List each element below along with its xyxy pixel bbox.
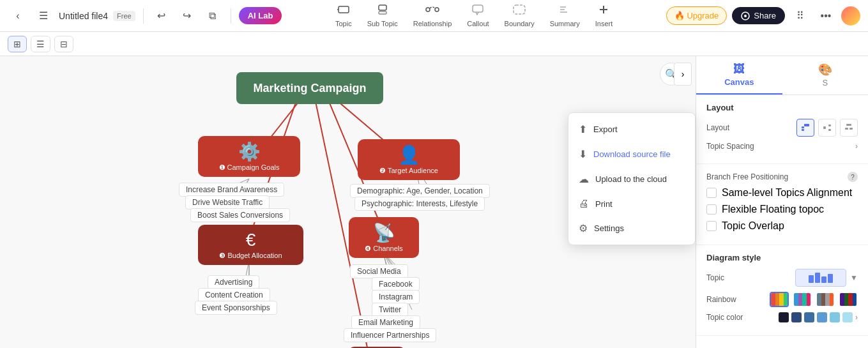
sep1 [143, 8, 144, 24]
clipboard-button[interactable]: ⧉ [202, 6, 223, 26]
export-icon: ⬆ [579, 123, 587, 135]
tool-callout[interactable]: Callout [461, 1, 495, 30]
sub-instagram[interactable]: Instagram [372, 290, 420, 304]
tab-canvas[interactable]: 🖼 Canvas [696, 56, 782, 95]
color-dot-3[interactable] [804, 312, 814, 322]
back-button[interactable]: ‹ [8, 6, 28, 26]
topic-style-row: Topic ▼ [706, 269, 858, 287]
layout-btn-1[interactable] [796, 119, 814, 137]
same-level-label: Same-level Topics Alignment [722, 187, 852, 199]
node-budget-allocation[interactable]: € ❸ Budget Allocation [198, 225, 303, 265]
svg-rect-36 [802, 129, 804, 131]
view-table-button[interactable]: ⊟ [54, 36, 73, 52]
subtopic-icon [376, 4, 389, 19]
color-more-chevron[interactable]: › [855, 313, 858, 322]
node-channels[interactable]: 📡 ❹ Channels [349, 217, 419, 258]
redo-button[interactable]: ↪ [177, 6, 197, 26]
tool-subtopic[interactable]: Sub Topic [361, 1, 404, 30]
undo-button[interactable]: ↩ [151, 6, 172, 26]
share-button[interactable]: Share [732, 7, 785, 24]
insert-icon [597, 4, 610, 19]
sub-facebook[interactable]: Facebook [372, 277, 420, 291]
tool-summary-label: Summary [550, 20, 580, 27]
tool-summary[interactable]: Summary [544, 1, 586, 30]
print-icon: 🖨 [579, 198, 589, 209]
layout-btn-3[interactable] [840, 119, 858, 137]
tool-subtopic-label: Sub Topic [367, 20, 398, 27]
layout-label: Layout [706, 123, 729, 132]
swatch-group-1[interactable] [770, 292, 789, 307]
secondary-toolbar: ⊞ ☰ ⊟ [0, 32, 868, 56]
color-dot-6[interactable] [842, 312, 853, 322]
dropdown-download[interactable]: ⬇ Download source file [568, 142, 695, 167]
svg-rect-42 [849, 128, 853, 130]
color-dot-5[interactable] [830, 312, 840, 322]
sub-advertising[interactable]: Advertising [208, 275, 259, 289]
sub-content-creation[interactable]: Content Creation [198, 288, 270, 302]
settings-icon: ⚙ [579, 222, 588, 234]
view-grid-button[interactable]: ⊞ [8, 36, 27, 52]
grid-apps-button[interactable]: ⠿ [790, 6, 811, 26]
dropdown-export[interactable]: ⬆ Export [568, 117, 695, 142]
branch-positioning-row: Branch Free Positioning ? [706, 172, 858, 182]
color-row: › [779, 312, 858, 322]
svg-rect-0 [339, 6, 349, 13]
sub-twitter[interactable]: Twitter [372, 303, 408, 317]
tool-relationship[interactable]: Relationship [407, 1, 459, 30]
view-list-button[interactable]: ☰ [31, 36, 50, 52]
sub-demographic[interactable]: Demographic: Age, Gender, Location [350, 184, 490, 198]
sub-increase-brand[interactable]: Increase Brand Awareness [179, 183, 284, 197]
same-level-checkbox[interactable] [706, 188, 717, 198]
style-chevron[interactable]: ▼ [850, 273, 858, 282]
dropdown-print[interactable]: 🖨 Print [568, 192, 695, 216]
summary-icon [558, 4, 571, 19]
swatch-group-3[interactable] [816, 292, 835, 307]
svg-rect-39 [828, 129, 831, 131]
color-dot-1[interactable] [779, 312, 789, 322]
boundary-icon [512, 4, 526, 19]
dropdown-upload[interactable]: ☁ Upload to the cloud [568, 167, 695, 192]
node-campaign-goals[interactable]: ⚙️ ❶ Campaign Goals [198, 136, 300, 177]
main-toolbar: ‹ ☰ Untitled file4 Free ↩ ↪ ⧉ AI Lab Top… [0, 0, 868, 32]
dropdown-settings[interactable]: ⚙ Settings [568, 216, 695, 241]
sub-drive-traffic[interactable]: Drive Website Traffic [185, 195, 270, 209]
node-target-audience[interactable]: 👤 ❷ Target Audience [358, 139, 460, 180]
svg-rect-37 [823, 126, 826, 129]
topic-color-label: Topic color [706, 313, 743, 322]
tool-topic[interactable]: Topic [329, 1, 358, 30]
layout-row: Layout [706, 119, 858, 137]
color-dot-4[interactable] [817, 312, 827, 322]
sub-social-media[interactable]: Social Media [350, 264, 408, 278]
expand-panel-button[interactable]: › [674, 63, 692, 86]
swatch-group-4[interactable] [839, 292, 858, 307]
svg-rect-40 [846, 124, 851, 126]
topic-spacing-chevron[interactable]: › [855, 142, 858, 151]
flexible-checkbox[interactable] [706, 204, 717, 215]
help-icon[interactable]: ? [848, 172, 858, 182]
svg-rect-35 [802, 126, 804, 128]
sub-email-marketing[interactable]: Email Marketing [351, 315, 420, 329]
upgrade-button[interactable]: 🔥 Upgrade [666, 6, 727, 25]
more-options-button[interactable]: ••• [816, 6, 836, 26]
sub-influencer-partnerships[interactable]: Influencer Partnerships [344, 328, 436, 342]
sub-psychographic[interactable]: Psychographic: Interests, Lifestyle [354, 197, 485, 211]
style-preview[interactable] [795, 269, 846, 287]
central-node[interactable]: Marketing Campaign [236, 72, 383, 104]
ai-lab-button[interactable]: AI Lab [239, 7, 282, 24]
tool-boundary[interactable]: Boundary [498, 1, 541, 30]
relationship-icon [425, 4, 439, 19]
diagram-style-title: Diagram style [706, 253, 858, 262]
overlap-checkbox[interactable] [706, 221, 717, 231]
tool-insert[interactable]: Insert [589, 1, 620, 30]
channels-num: ❹ Channels [365, 245, 403, 253]
menu-button[interactable]: ☰ [33, 6, 54, 26]
tab-style[interactable]: 🎨 S [782, 56, 869, 95]
layout-btn-2[interactable] [818, 119, 836, 137]
swatch-group-2[interactable] [793, 292, 812, 307]
target-audience-num: ❷ Target Audience [379, 167, 438, 175]
sub-event-sponsorships[interactable]: Event Sponsorships [195, 301, 277, 315]
sub-boost-sales[interactable]: Boost Sales Conversions [190, 208, 290, 222]
color-dot-2[interactable] [791, 312, 802, 322]
target-audience-icon: 👤 [398, 144, 420, 165]
topic-color-row: Topic color › [706, 312, 858, 322]
